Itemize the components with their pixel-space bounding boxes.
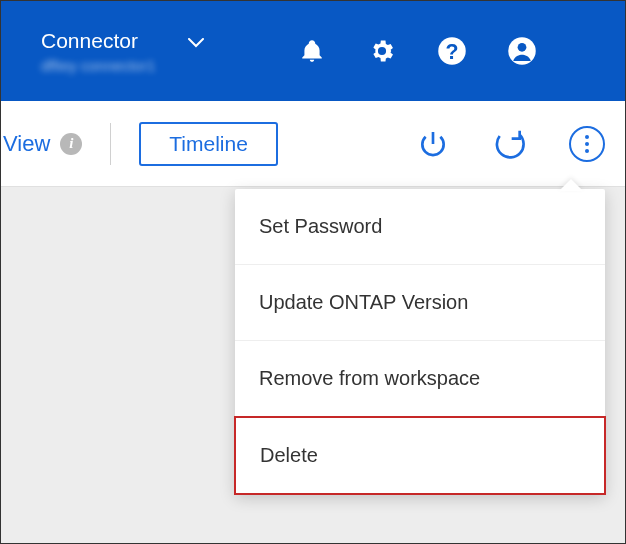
help-icon[interactable]: ? <box>437 36 467 66</box>
gear-icon[interactable] <box>367 36 397 66</box>
more-actions-menu: Set Password Update ONTAP Version Remove… <box>235 189 605 494</box>
connector-subtext: dfltey connector1 <box>41 57 231 74</box>
vertical-dots-icon <box>585 135 589 153</box>
divider <box>110 123 111 165</box>
connector-selector[interactable]: Connector dfltey connector1 <box>41 29 231 74</box>
info-icon[interactable]: i <box>60 133 82 155</box>
account-icon[interactable] <box>507 36 537 66</box>
menu-item-update-ontap[interactable]: Update ONTAP Version <box>235 265 605 341</box>
svg-text:?: ? <box>446 40 459 64</box>
timeline-button[interactable]: Timeline <box>139 122 278 166</box>
notifications-icon[interactable] <box>297 36 327 66</box>
svg-point-3 <box>518 43 527 52</box>
toolbar: View i Timeline <box>1 101 625 187</box>
refresh-icon[interactable] <box>493 128 525 160</box>
menu-item-set-password[interactable]: Set Password <box>235 189 605 265</box>
chevron-down-icon <box>188 29 204 53</box>
view-label: View <box>3 131 50 157</box>
power-icon[interactable] <box>417 128 449 160</box>
more-actions-button[interactable] <box>569 126 605 162</box>
header-bar: Connector dfltey connector1 ? <box>1 1 625 101</box>
menu-item-remove-workspace[interactable]: Remove from workspace <box>235 341 605 417</box>
connector-label: Connector <box>41 29 138 53</box>
menu-item-delete[interactable]: Delete <box>234 416 606 495</box>
